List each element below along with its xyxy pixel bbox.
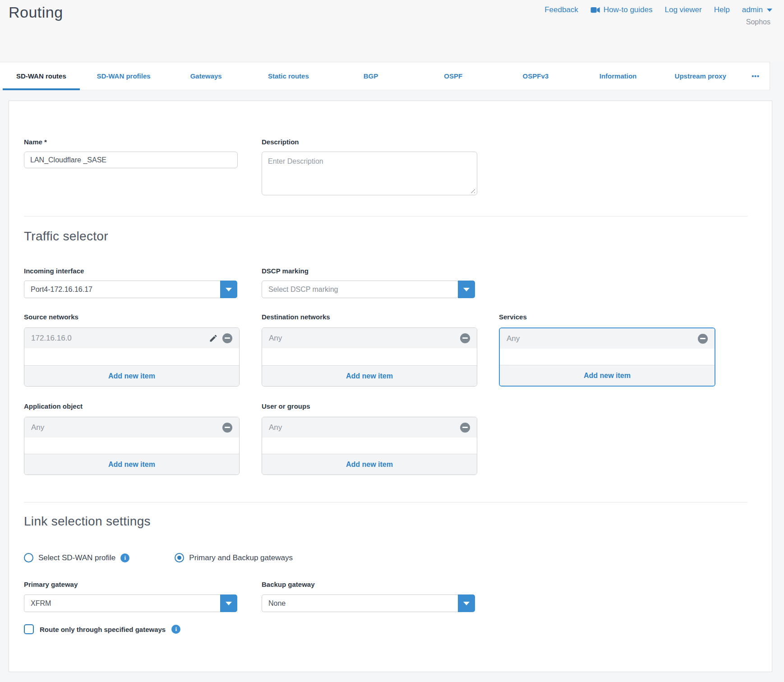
services-empty-area	[500, 349, 715, 365]
sdwan-route-form-panel: Name * Description Traffic selector Inco…	[9, 101, 772, 672]
application-object-box: Any Add new item	[24, 417, 240, 475]
minus-circle-icon[interactable]	[460, 333, 470, 343]
radio-select-sdwan-profile[interactable]: Select SD-WAN profile i	[24, 553, 129, 562]
header-links: Feedback How-to guides Log viewer Help a…	[544, 5, 772, 14]
dropdown-caret-icon	[463, 288, 470, 291]
log-viewer-link[interactable]: Log viewer	[665, 5, 702, 14]
tab-sdwan-profiles[interactable]: SD-WAN profiles	[83, 62, 165, 90]
source-networks-item: 172.16.16.0	[24, 328, 239, 348]
application-object-add-button[interactable]: Add new item	[24, 454, 239, 475]
user-groups-label: User or groups	[262, 402, 310, 410]
incoming-interface-dropdown[interactable]: Port4-172.16.16.17	[24, 281, 237, 298]
video-icon	[590, 7, 600, 13]
primary-gateway-value[interactable]: XFRM	[24, 594, 220, 612]
application-object-label: Application object	[24, 402, 83, 410]
source-networks-add-button[interactable]: Add new item	[24, 365, 239, 386]
tab-gateways[interactable]: Gateways	[165, 62, 247, 90]
user-groups-empty-area	[262, 438, 477, 454]
description-field-wrap	[262, 152, 477, 195]
radio-button-icon[interactable]	[24, 553, 33, 562]
link-selection-heading: Link selection settings	[24, 514, 151, 529]
services-item: Any	[500, 328, 715, 349]
minus-circle-icon[interactable]	[698, 334, 708, 344]
route-only-label: Route only through specified gateways	[40, 626, 166, 633]
dscp-marking-dropdown[interactable]: Select DSCP marking	[262, 281, 475, 298]
route-only-checkbox[interactable]	[24, 624, 34, 634]
howto-guides-label: How-to guides	[604, 5, 653, 14]
application-object-empty-area	[24, 438, 239, 454]
services-add-button[interactable]: Add new item	[500, 365, 715, 386]
section-divider	[24, 216, 747, 217]
destination-networks-box: Any Add new item	[262, 327, 477, 387]
help-link[interactable]: Help	[714, 5, 730, 14]
incoming-interface-dropdown-button[interactable]	[220, 281, 237, 298]
feedback-link[interactable]: Feedback	[544, 5, 578, 14]
user-groups-item: Any	[262, 417, 477, 438]
user-groups-add-button[interactable]: Add new item	[262, 454, 477, 475]
primary-gateway-dropdown[interactable]: XFRM	[24, 594, 237, 612]
radio-select-sdwan-profile-label: Select SD-WAN profile	[38, 553, 115, 562]
backup-gateway-dropdown[interactable]: None	[262, 594, 475, 612]
howto-guides-link[interactable]: How-to guides	[590, 5, 653, 14]
radio-button-checked-icon[interactable]	[175, 553, 184, 562]
info-icon[interactable]: i	[171, 625, 180, 634]
more-tabs-icon[interactable]: •••	[742, 62, 770, 90]
tab-static-routes[interactable]: Static routes	[247, 62, 330, 90]
destination-networks-label: Destination networks	[262, 313, 330, 321]
tab-information[interactable]: Information	[577, 62, 659, 90]
source-networks-item-value: 172.16.16.0	[31, 334, 72, 343]
application-object-item-value: Any	[31, 423, 44, 432]
services-item-value: Any	[507, 334, 520, 343]
admin-menu[interactable]: admin	[742, 5, 772, 14]
dscp-marking-placeholder[interactable]: Select DSCP marking	[262, 281, 458, 298]
backup-gateway-value[interactable]: None	[262, 594, 458, 612]
tab-upstream-proxy[interactable]: Upstream proxy	[659, 62, 742, 90]
description-textarea[interactable]	[262, 152, 477, 195]
services-label: Services	[499, 313, 527, 321]
description-label: Description	[262, 138, 299, 146]
info-icon[interactable]: i	[120, 553, 129, 562]
section-divider	[24, 502, 747, 502]
primary-gateway-label: Primary gateway	[24, 581, 78, 588]
source-networks-empty-area	[24, 348, 239, 365]
help-label: Help	[714, 5, 730, 14]
backup-gateway-dropdown-button[interactable]	[458, 594, 475, 612]
page-title: Routing	[9, 4, 63, 21]
dropdown-caret-icon	[226, 288, 232, 291]
primary-gateway-dropdown-button[interactable]	[220, 594, 237, 612]
application-object-item: Any	[24, 417, 239, 438]
tab-ospfv3[interactable]: OSPFv3	[494, 62, 577, 90]
caret-down-icon	[767, 9, 772, 12]
backup-gateway-label: Backup gateway	[262, 581, 315, 588]
source-networks-box: 172.16.16.0 Add new item	[24, 327, 240, 387]
tab-ospf[interactable]: OSPF	[412, 62, 494, 90]
dropdown-caret-icon	[226, 602, 232, 605]
feedback-label: Feedback	[544, 5, 578, 14]
minus-circle-icon[interactable]	[222, 333, 232, 343]
destination-networks-add-button[interactable]: Add new item	[262, 365, 477, 386]
brand-label: Sophos	[746, 18, 770, 26]
pencil-icon[interactable]	[209, 334, 218, 343]
route-only-row: Route only through specified gateways i	[24, 624, 180, 634]
minus-circle-icon[interactable]	[460, 423, 470, 433]
destination-networks-item: Any	[262, 328, 477, 348]
radio-primary-backup-gateways[interactable]: Primary and Backup gateways	[175, 553, 293, 562]
name-input[interactable]	[24, 152, 238, 168]
traffic-selector-heading: Traffic selector	[24, 229, 108, 244]
tab-sdwan-routes[interactable]: SD-WAN routes	[0, 62, 83, 90]
log-viewer-label: Log viewer	[665, 5, 702, 14]
link-selection-radio-row: Select SD-WAN profile i Primary and Back…	[24, 553, 293, 562]
destination-networks-empty-area	[262, 348, 477, 365]
user-groups-item-value: Any	[269, 423, 282, 432]
minus-circle-icon[interactable]	[222, 423, 232, 433]
tab-bgp[interactable]: BGP	[330, 62, 412, 90]
routing-tabbar: SD-WAN routes SD-WAN profiles Gateways S…	[0, 62, 770, 90]
radio-primary-backup-gateways-label: Primary and Backup gateways	[189, 553, 293, 562]
services-box: Any Add new item	[499, 327, 715, 387]
page-header: Routing Feedback How-to guides Log viewe…	[0, 0, 784, 62]
source-networks-label: Source networks	[24, 313, 78, 321]
dscp-marking-label: DSCP marking	[262, 267, 309, 275]
dscp-marking-dropdown-button[interactable]	[458, 281, 475, 298]
user-groups-box: Any Add new item	[262, 417, 477, 475]
incoming-interface-value[interactable]: Port4-172.16.16.17	[24, 281, 220, 298]
